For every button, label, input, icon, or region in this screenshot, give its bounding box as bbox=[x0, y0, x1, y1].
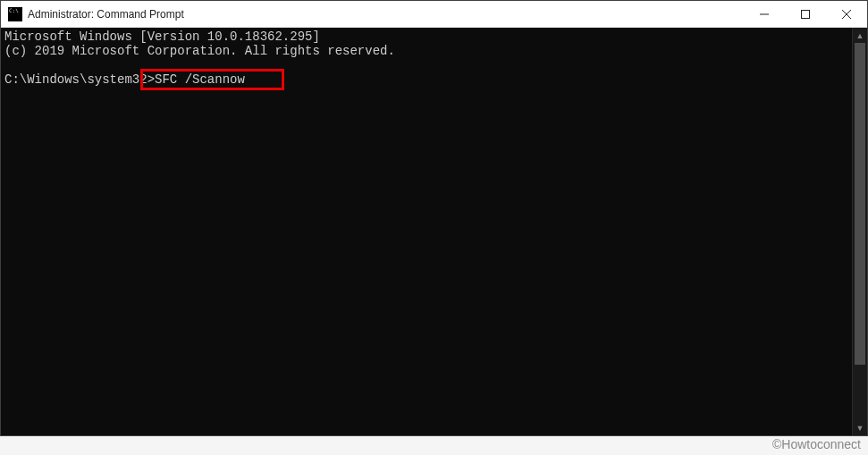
close-button[interactable] bbox=[826, 1, 867, 27]
maximize-button[interactable] bbox=[785, 1, 826, 27]
minimize-button[interactable] bbox=[744, 1, 785, 27]
window-controls bbox=[744, 1, 867, 27]
title-bar[interactable]: Administrator: Command Prompt bbox=[1, 1, 867, 28]
terminal-area: Microsoft Windows [Version 10.0.18362.29… bbox=[1, 28, 867, 435]
chevron-up-icon: ▲ bbox=[856, 31, 864, 40]
close-icon bbox=[842, 10, 851, 19]
version-line: Microsoft Windows [Version 10.0.18362.29… bbox=[4, 29, 320, 44]
copyright-line: (c) 2019 Microsoft Corporation. All righ… bbox=[4, 44, 395, 58]
terminal-wrap: Microsoft Windows [Version 10.0.18362.29… bbox=[1, 28, 867, 435]
svg-rect-1 bbox=[802, 10, 810, 18]
scroll-up-button[interactable]: ▲ bbox=[853, 28, 867, 43]
typed-command[interactable]: SFC /Scannow bbox=[155, 72, 245, 87]
chevron-down-icon: ▼ bbox=[856, 424, 864, 433]
window-title: Administrator: Command Prompt bbox=[28, 8, 744, 21]
command-prompt-window: Administrator: Command Prompt Microsoft … bbox=[0, 0, 868, 436]
prompt-path: C:\Windows\system32> bbox=[4, 72, 155, 87]
minimize-icon bbox=[760, 10, 769, 19]
scroll-down-button[interactable]: ▼ bbox=[853, 420, 867, 435]
maximize-icon bbox=[801, 10, 810, 19]
cmd-icon bbox=[8, 7, 22, 21]
watermark-text: ©Howtoconnect bbox=[772, 437, 861, 451]
terminal-output[interactable]: Microsoft Windows [Version 10.0.18362.29… bbox=[1, 28, 852, 435]
vertical-scrollbar[interactable]: ▲ ▼ bbox=[852, 28, 867, 435]
scroll-thumb[interactable] bbox=[855, 43, 865, 365]
